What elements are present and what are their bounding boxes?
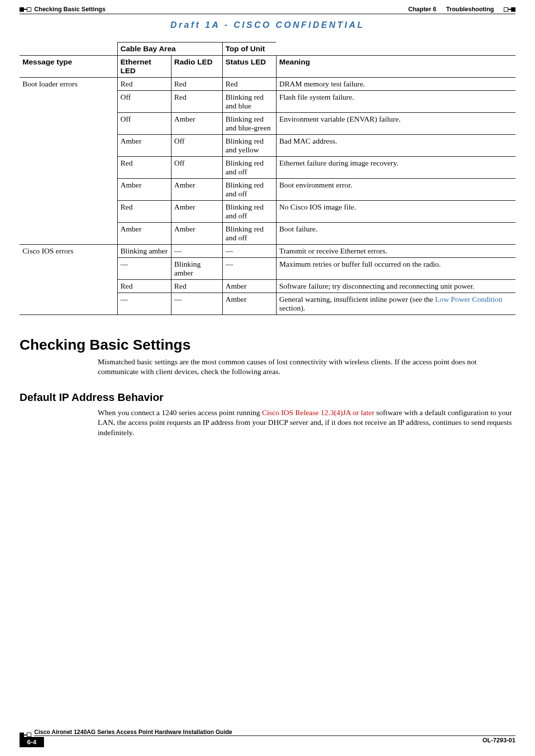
cell-ethernet: Red [117, 280, 171, 293]
cell-radio: Red [171, 280, 222, 293]
para-text-pre: When you connect a 1240 series access po… [98, 408, 262, 417]
cell-radio: Amber [171, 113, 222, 135]
cell-status: Blinking red and yellow [222, 135, 276, 157]
col-header-status: Status LED [222, 56, 276, 78]
cell-meaning: DRAM memory test failure. [276, 78, 515, 91]
led-status-table: Cable Bay Area Top of Unit Message type … [20, 42, 515, 315]
table-header-blank [20, 42, 117, 56]
para-text-release: Cisco IOS Release 12.3(4)JA or later [262, 408, 374, 417]
cell-ethernet: Off [117, 113, 171, 135]
cell-meaning: Transmit or receive Ethernet errors. [276, 245, 515, 258]
cell-radio: Amber [171, 223, 222, 245]
table-header-cable-bay: Cable Bay Area [117, 42, 222, 56]
cell-ethernet: — [117, 293, 171, 315]
cell-meaning: Boot environment error. [276, 179, 515, 201]
cell-meaning: Software failure; try disconnecting and … [276, 280, 515, 293]
col-header-ethernet: Ethernet LED [117, 56, 171, 78]
row-group-label: Boot loader errors [20, 78, 117, 245]
header-rule [20, 14, 515, 14]
cell-status: — [222, 258, 276, 280]
col-header-message-type: Message type [20, 56, 117, 78]
page-footer: Cisco Aironet 1240AG Series Access Point… [20, 728, 515, 747]
cell-meaning: Maximum retries or buffer full occurred … [276, 258, 515, 280]
cell-radio: — [171, 293, 222, 315]
header-ornament-left [20, 7, 31, 12]
cell-status: Blinking red and off [222, 179, 276, 201]
section-paragraph: Mismatched basic settings are the most c… [98, 357, 515, 377]
cell-radio: Red [171, 91, 222, 113]
cell-status: Blinking red and blue-green [222, 113, 276, 135]
subsection-heading-default-ip: Default IP Address Behavior [20, 391, 515, 404]
cell-status: Amber [222, 280, 276, 293]
cell-radio: Blinking amber [171, 258, 222, 280]
cell-status: Red [222, 78, 276, 91]
cell-radio: Off [171, 157, 222, 179]
cell-status: — [222, 245, 276, 258]
cell-status: Blinking red and off [222, 201, 276, 223]
table-row: Boot loader errors Red Red Red DRAM memo… [20, 78, 515, 91]
table-row: Cisco IOS errors Blinking amber — — Tran… [20, 245, 515, 258]
meaning-text-post: section). [279, 304, 305, 312]
cell-meaning: Ethernet failure during image recovery. [276, 157, 515, 179]
cell-meaning: Boot failure. [276, 223, 515, 245]
draft-confidential-banner: Draft 1A - CISCO CONFIDENTIAL [20, 20, 515, 30]
footer-guide-title: Cisco Aironet 1240AG Series Access Point… [34, 729, 515, 735]
col-header-radio: Radio LED [171, 56, 222, 78]
table-header-blank-2 [276, 42, 515, 56]
cell-ethernet: Red [117, 157, 171, 179]
cell-radio: Red [171, 78, 222, 91]
header-chapter-number: Chapter 6 [408, 6, 436, 13]
cell-radio: — [171, 245, 222, 258]
section-heading-checking-basic-settings: Checking Basic Settings [20, 336, 515, 353]
cell-ethernet: Off [117, 91, 171, 113]
cell-ethernet: Amber [117, 135, 171, 157]
footer-rule [34, 735, 515, 736]
cell-status: Blinking red and off [222, 157, 276, 179]
cell-status: Amber [222, 293, 276, 315]
footer-ornament [20, 733, 31, 737]
cell-status: Blinking red and blue [222, 91, 276, 113]
header-section-title: Checking Basic Settings [34, 6, 106, 13]
meaning-text-pre: General warning, insufficient inline pow… [279, 295, 435, 303]
cell-meaning: General warning, insufficient inline pow… [276, 293, 515, 315]
cell-radio: Amber [171, 179, 222, 201]
header-ornament-right [504, 7, 515, 12]
cell-ethernet: Red [117, 201, 171, 223]
cell-ethernet: Red [117, 78, 171, 91]
page-header: Checking Basic Settings Chapter 6 Troubl… [20, 6, 515, 13]
cell-meaning: Bad MAC address. [276, 135, 515, 157]
cell-radio: Off [171, 135, 222, 157]
row-group-label: Cisco IOS errors [20, 245, 117, 315]
cell-meaning: Flash file system failure. [276, 91, 515, 113]
table-header-top-of-unit: Top of Unit [222, 42, 276, 56]
cell-ethernet: — [117, 258, 171, 280]
footer-doc-id: OL-7293-01 [483, 737, 515, 744]
cell-ethernet: Blinking amber [117, 245, 171, 258]
cell-ethernet: Amber [117, 179, 171, 201]
cell-meaning: No Cisco IOS image file. [276, 201, 515, 223]
cell-radio: Amber [171, 201, 222, 223]
col-header-meaning: Meaning [276, 56, 515, 78]
low-power-condition-link[interactable]: Low Power Condition [435, 295, 503, 303]
cell-ethernet: Amber [117, 223, 171, 245]
footer-page-number: 6-4 [20, 737, 44, 747]
subsection-paragraph: When you connect a 1240 series access po… [98, 408, 515, 437]
header-chapter-name: Troubleshooting [446, 6, 494, 13]
cell-meaning: Environment variable (ENVAR) failure. [276, 113, 515, 135]
cell-status: Blinking red and off [222, 223, 276, 245]
